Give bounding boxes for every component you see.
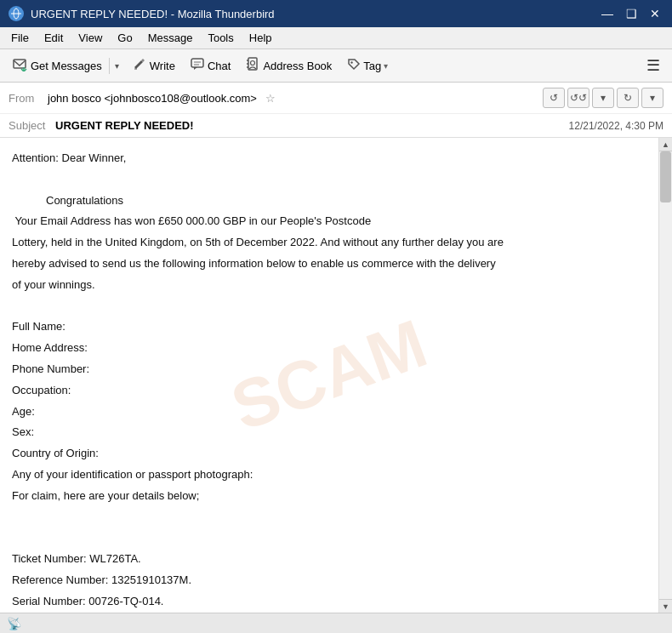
subject-row: Subject URGENT REPLY NEEDED! 12/21/2022,… <box>0 114 672 137</box>
get-messages-button[interactable]: Get Messages <box>5 53 109 78</box>
line-claim: For claim, here are your details below; <box>12 488 646 505</box>
menu-tools[interactable]: Tools <box>202 29 239 47</box>
line-winnings: of your winnings. <box>12 277 646 294</box>
menu-view[interactable]: View <box>72 29 108 47</box>
svg-point-10 <box>251 61 255 66</box>
svg-rect-6 <box>191 59 203 67</box>
line-congrats: Congratulations <box>46 192 646 210</box>
line-age: Age: <box>12 403 646 421</box>
email-header: From john bosco <johnbosco108@outlook.co… <box>0 83 672 138</box>
get-messages-icon <box>12 56 27 75</box>
status-icon: 📡 <box>7 617 21 630</box>
get-messages-group: Get Messages ▾ <box>5 53 124 78</box>
line-fullname: Full Name: <box>12 318 646 336</box>
app-icon <box>9 6 24 21</box>
menu-edit[interactable]: Edit <box>38 29 69 47</box>
line-blank-1 <box>12 171 646 189</box>
maximize-button[interactable]: ❑ <box>623 8 640 20</box>
write-icon <box>133 57 146 74</box>
line-blank-3 <box>12 509 646 527</box>
address-book-icon <box>246 57 259 74</box>
toolbar: Get Messages ▾ Write Chat <box>0 49 672 83</box>
address-book-label: Address Book <box>263 60 332 72</box>
window-title: URGENT REPLY NEEDED! - Mozilla Thunderbi… <box>31 8 592 20</box>
email-content: Attention: Dear Winner, Congratulations … <box>12 150 646 613</box>
email-body: SCAM Attention: Dear Winner, Congratulat… <box>0 138 658 613</box>
line-address: Home Address: <box>12 339 646 357</box>
line-ticket: Ticket Number: WL726TA. <box>12 550 646 568</box>
more-actions-button[interactable]: ▾ <box>641 88 663 108</box>
write-button[interactable]: Write <box>126 54 182 77</box>
line-country: Country of Origin: <box>12 445 646 463</box>
line-hereby: hereby advised to send us the following … <box>12 255 646 273</box>
line-blank-4 <box>12 529 646 547</box>
chat-button[interactable]: Chat <box>184 54 237 77</box>
line-occupation: Occupation: <box>12 382 646 400</box>
menu-help[interactable]: Help <box>243 29 278 47</box>
line-id: Any of your identification or passport p… <box>12 466 646 484</box>
line-phone: Phone Number: <box>12 361 646 379</box>
line-serial: Serial Number: 00726-TQ-014. <box>12 593 646 611</box>
menu-file[interactable]: File <box>5 29 35 47</box>
chat-icon <box>191 57 204 74</box>
line-blank-2 <box>12 298 646 316</box>
get-messages-label: Get Messages <box>31 60 102 72</box>
email-body-container: SCAM Attention: Dear Winner, Congratulat… <box>0 138 672 613</box>
tag-button[interactable]: Tag ▾ <box>340 54 395 77</box>
reply-button[interactable]: ↺ <box>543 88 565 108</box>
address-book-button[interactable]: Address Book <box>239 54 339 77</box>
scroll-up-arrow[interactable]: ▲ <box>659 138 672 151</box>
from-value: john bosco <johnbosco108@outlook.com> ☆ <box>48 92 538 105</box>
get-messages-dropdown[interactable]: ▾ <box>109 58 124 74</box>
scroll-track[interactable] <box>659 151 672 599</box>
svg-rect-3 <box>14 60 26 68</box>
menu-go[interactable]: Go <box>111 29 138 47</box>
line-lottery: Lottery, held in the United Kingdom, on … <box>12 234 646 252</box>
tag-dropdown-icon: ▾ <box>384 61 388 71</box>
line-sex: Sex: <box>12 424 646 442</box>
line-1: Attention: Dear Winner, <box>12 150 646 168</box>
close-button[interactable]: ✕ <box>646 8 663 20</box>
chat-label: Chat <box>208 60 231 72</box>
line-reference: Reference Number: 13251910137M. <box>12 572 646 590</box>
window-controls: — ❑ ✕ <box>599 8 663 20</box>
subject-value: URGENT REPLY NEEDED! <box>55 119 569 132</box>
menu-message[interactable]: Message <box>142 29 199 47</box>
scrollbar[interactable]: ▲ ▼ <box>658 138 672 613</box>
email-date: 12/21/2022, 4:30 PM <box>569 120 663 132</box>
nav-dropdown-button[interactable]: ▾ <box>592 88 614 108</box>
menu-bar: File Edit View Go Message Tools Help <box>0 27 672 49</box>
favorite-star-icon[interactable]: ☆ <box>265 92 276 105</box>
forward-button[interactable]: ↻ <box>617 88 639 108</box>
from-row: From john bosco <johnbosco108@outlook.co… <box>0 83 672 114</box>
svg-point-14 <box>351 61 353 63</box>
status-bar: 📡 <box>0 613 672 633</box>
title-bar: URGENT REPLY NEEDED! - Mozilla Thunderbi… <box>0 0 672 27</box>
nav-controls: ↺ ↺↺ ▾ ↻ ▾ <box>543 88 663 108</box>
tag-label: Tag <box>363 60 381 72</box>
hamburger-menu[interactable]: ☰ <box>640 53 667 78</box>
subject-label: Subject <box>9 119 55 132</box>
write-label: Write <box>150 60 175 72</box>
from-label: From <box>9 92 43 105</box>
scroll-down-arrow[interactable]: ▼ <box>659 599 672 613</box>
line-email: Your Email Address has won £650 000.00 G… <box>12 213 646 231</box>
tag-icon <box>347 58 361 74</box>
scroll-thumb[interactable] <box>660 151 671 202</box>
reply-all-button[interactable]: ↺↺ <box>567 88 589 108</box>
minimize-button[interactable]: — <box>599 8 616 20</box>
